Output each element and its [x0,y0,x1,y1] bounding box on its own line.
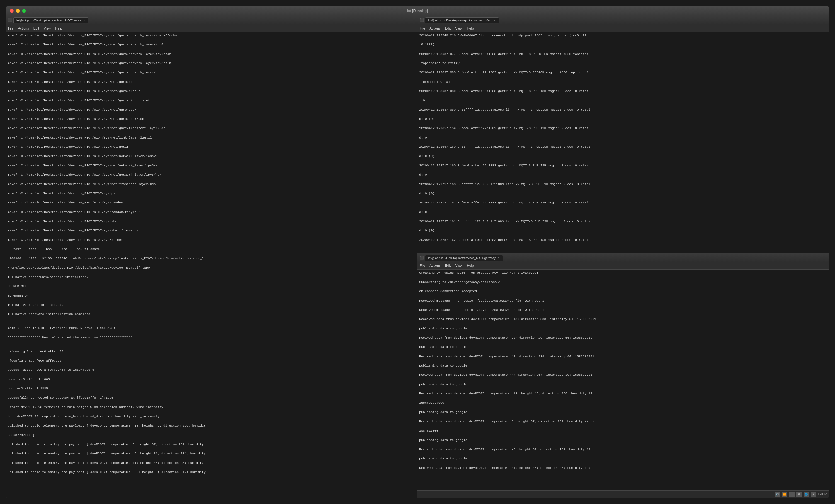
left-menu-view[interactable]: View [43,26,51,31]
terminal-line: ublished to topic telemetry the payload:… [7,442,415,447]
terminal-line: ***************** Device1 started the ex… [7,335,415,340]
tr-menu-file[interactable]: File [420,26,425,31]
terminal-line: Recived data from device: devRIOT: tempe… [419,373,828,378]
terminal-line: main(): This is RIOT! (Version: 2020.07-… [7,326,415,330]
terminal-line: IOT native interrupts/signals initialize… [7,275,415,280]
left-menu-file[interactable]: File [8,26,13,31]
terminal-line: d: 0 (0) [419,228,828,233]
terminal-line: make" -C /home/iot/Desktop/last/devices_… [7,145,415,149]
tr-menu-view[interactable]: View [455,26,462,31]
left-menu-help[interactable]: Help [55,26,62,31]
br-menu-edit[interactable]: Edit [445,264,451,268]
br-menu-help[interactable]: Help [467,264,474,268]
terminal-line: 208966 1200 92180 302346 49d0a /home/iot… [7,256,415,261]
terminal-dot-tr: ⬛ [420,18,424,22]
terminal-line: make" -C /home/iot/Desktop/last/devices_… [7,163,415,168]
terminal-line: Recived data from device: devRIOT2: temp… [419,391,828,396]
terminal-line: make" -C /home/iot/Desktop/last/devices_… [7,173,415,177]
terminal-line: Recived data from device: devRIOT: tempe… [419,354,828,359]
left-menu-edit[interactable]: Edit [34,26,39,31]
bottom-right-tab-title: iot@iot-pc: ~/Desktop/last/devices_RIOT/… [428,256,496,260]
terminal-line: 20200412 123737.161 3 ::ffff:127.0.0.1:5… [419,219,828,224]
terminal-line: make" -C /home/iot/Desktop/last/devices_… [7,80,415,84]
right-terminal-panel: ⬛ iot@iot-pc: ~/Desktop/mosquitto.rsmb/r… [418,16,829,498]
terminal-line: publishing data to google [419,345,828,349]
terminal-line: make" -C /home/iot/Desktop/last/devices_… [7,70,415,75]
terminal-dot-br: ⬛ [420,256,424,260]
terminal-line: fconfig 5 add fec0:affe::99 [7,359,415,363]
terminal-line: ublished to topic telemetry the payload:… [7,451,415,456]
terminal-line: /home/iot/Desktop/last/devices_RIOT/devi… [7,266,415,270]
title-bar: iot [Running] [6,6,829,16]
maximize-button[interactable] [22,9,26,13]
main-content: ⬛ iot@iot-pc: ~/Desktop/last/devices_RIO… [6,16,829,498]
terminal-line: ublished to topic telemetry the payload:… [7,470,415,475]
top-right-tab-bar: ⬛ iot@iot-pc: ~/Desktop/mosquitto.rsmb/r… [418,16,829,25]
minimize-button[interactable] [16,9,20,13]
tr-menu-help[interactable]: Help [467,26,474,31]
terminal-line: d: 0 [419,136,828,140]
terminal-line: ED_RED_OFF [7,284,415,289]
terminal-line: Creating JWT using RS256 from private ke… [419,271,828,276]
terminal-line: make" -C /home/iot/Desktop/last/devices_… [7,98,415,103]
br-menu-view[interactable]: View [455,264,462,268]
terminal-line: 586687797000 ] [7,433,415,438]
status-icon-1: 🔊 [775,492,780,497]
left-terminal-body: make" -C /home/iot/Desktop/last/devices_… [6,32,417,498]
terminal-line: make" -C /home/iot/Desktop/last/devices_… [7,238,415,243]
terminal-line: ED_GREEN_ON [7,294,415,298]
close-button[interactable] [10,9,14,13]
left-menu-actions[interactable]: Actions [18,26,29,31]
terminal-line: Recived data from device: devRIOT2: temp… [419,419,828,424]
terminal-line: 20200412 123657.160 3 ::ffff:127.0.0.1:5… [419,145,828,149]
br-menu-file[interactable]: File [420,264,425,268]
bottom-right-tab[interactable]: iot@iot-pc: ~/Desktop/last/devices_RIOT/… [425,255,503,261]
br-menu-actions[interactable]: Actions [429,264,440,268]
left-tab-bar: ⬛ iot@iot-pc: ~/Desktop/last/devices_RIO… [6,16,417,25]
terminal-line: :9:1883) [419,42,828,47]
terminal-line: Recived data from device: devRIOT2: temp… [419,466,828,470]
bottom-right-tab-close[interactable]: ✕ [497,256,500,259]
tr-menu-edit[interactable]: Edit [445,26,451,31]
terminal-line: make" -C /home/iot/Desktop/last/devices_… [7,52,415,57]
top-right-tab-close[interactable]: ✕ [494,19,496,22]
terminal-line: Received message '' on topic '/devices/g… [419,299,828,303]
terminal-line: make" -C /home/iot/Desktop/last/devices_… [7,219,415,224]
main-window: iot [Running] ⬛ iot@iot-pc: ~/Desktop/la… [5,5,830,499]
terminal-line: IOT native hardware initialization compl… [7,312,415,317]
terminal-line: 1587817000 [419,428,828,433]
terminal-line: d: 0 [419,210,828,215]
top-right-tab[interactable]: iot@iot-pc: ~/Desktop/mosquitto.rsmb/rsm… [425,17,499,23]
terminal-line: make" -C /home/iot/Desktop/last/devices_… [7,107,415,112]
terminal-line: 20200412 123546.216 CWNAN0000I Client co… [419,33,828,38]
terminal-line: Recived data from device: devRIOT: tempe… [419,336,828,340]
tr-menu-actions[interactable]: Actions [429,26,440,31]
terminal-line: IOT native board initialized. [7,303,415,307]
terminal-line: Subscribing to /devices/gateway/commands… [419,280,828,285]
terminal-line: uccessfully connected to gateway at [fec… [7,396,415,400]
bottom-right-menu-bar: File Actions Edit View Help [418,262,829,269]
terminal-line: turncode: 0 (0) [419,80,828,84]
terminal-dot: ⬛ [8,18,12,22]
terminal-line: topicname: telemetry [419,61,828,66]
terminal-line: d: 0 [419,173,828,177]
left-tab[interactable]: iot@iot-pc: ~/Desktop/last/devices_RIOT/… [13,17,88,23]
bottom-right-terminal: ⬛ iot@iot-pc: ~/Desktop/last/devices_RIO… [418,254,829,491]
left-terminal-panel: ⬛ iot@iot-pc: ~/Desktop/last/devices_RIO… [6,16,418,498]
terminal-line: 1586687797000 [419,401,828,405]
top-right-terminal: ⬛ iot@iot-pc: ~/Desktop/mosquitto.rsmb/r… [418,16,829,254]
terminal-line: make" -C /home/iot/Desktop/last/devices_… [7,42,415,47]
terminal-line: ublished to topic telemetry the payload:… [7,423,415,428]
top-right-tab-title: iot@iot-pc: ~/Desktop/mosquitto.rsmb/rsm… [428,19,492,22]
left-tab-close[interactable]: ✕ [83,19,85,22]
status-icon-5: 🌐 [803,492,809,497]
terminal-line: make" -C /home/iot/Desktop/last/devices_… [7,182,415,187]
status-icon-2: 📶 [782,492,787,497]
bottom-right-tab-bar: ⬛ iot@iot-pc: ~/Desktop/last/devices_RIO… [418,254,829,262]
terminal-line: Received data from device: devRIOT: temp… [419,317,828,322]
terminal-line: Recived data from device: devRIOT2: temp… [419,447,828,452]
bottom-right-terminal-body: Creating JWT using RS256 from private ke… [418,269,829,491]
terminal-line: 20200412 123757.162 3 fec0:affe::99:1883… [419,238,828,243]
terminal-line: make" -C /home/iot/Desktop/last/devices_… [7,33,415,38]
terminal-line: d: 0 (0) [419,154,828,159]
